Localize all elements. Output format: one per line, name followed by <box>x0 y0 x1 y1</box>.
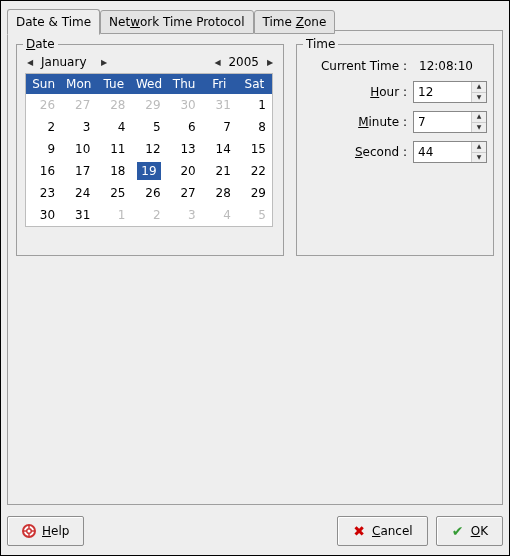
second-spinbox[interactable]: ▲ ▼ <box>413 141 487 163</box>
minute-down-button[interactable]: ▼ <box>472 123 486 133</box>
calendar-day[interactable]: 4 <box>202 204 237 226</box>
calendar-day[interactable]: 14 <box>202 138 237 160</box>
calendar-day[interactable]: 1 <box>96 204 131 226</box>
date-groupbox: Date ◀ January ▶ ◀ 2005 ▶ SunMonTueWedTh… <box>16 44 284 256</box>
cancel-button-label: Cancel <box>372 524 413 538</box>
help-button[interactable]: Help <box>7 516 84 546</box>
calendar-day[interactable]: 19 <box>131 160 166 182</box>
calendar-day[interactable]: 29 <box>237 182 272 204</box>
calendar-day[interactable]: 30 <box>167 94 202 116</box>
second-label: Second : <box>307 145 413 159</box>
calendar-day[interactable]: 15 <box>237 138 272 160</box>
calendar-day[interactable]: 26 <box>26 94 61 116</box>
calendar-day[interactable]: 11 <box>96 138 131 160</box>
hour-label: Hour : <box>307 85 413 99</box>
calendar-dow-header: Fri <box>202 74 237 94</box>
next-month-button[interactable]: ▶ <box>99 58 109 67</box>
help-icon <box>22 524 36 538</box>
cancel-button[interactable]: ✖ Cancel <box>337 516 428 546</box>
second-input[interactable] <box>414 142 471 162</box>
calendar-day[interactable]: 16 <box>26 160 61 182</box>
next-year-button[interactable]: ▶ <box>265 58 275 67</box>
cancel-icon: ✖ <box>352 524 366 538</box>
second-down-button[interactable]: ▼ <box>472 153 486 163</box>
calendar-day[interactable]: 25 <box>96 182 131 204</box>
calendar-dow-header: Tue <box>96 74 131 94</box>
ok-button[interactable]: ✔ OK <box>436 516 503 546</box>
tab-strip: Date & Time Network Time Protocol Time Z… <box>1 1 509 33</box>
ok-icon: ✔ <box>451 524 465 538</box>
calendar-day[interactable]: 22 <box>237 160 272 182</box>
calendar-day[interactable]: 10 <box>61 138 96 160</box>
button-bar: Help ✖ Cancel ✔ OK <box>7 513 503 549</box>
minute-input[interactable] <box>414 112 471 132</box>
minute-spin-arrows: ▲ ▼ <box>471 112 486 132</box>
calendar-day[interactable]: 28 <box>202 182 237 204</box>
calendar-day[interactable]: 8 <box>237 116 272 138</box>
second-up-button[interactable]: ▲ <box>472 142 486 153</box>
minute-label: Minute : <box>307 115 413 129</box>
calendar-day[interactable]: 31 <box>202 94 237 116</box>
calendar-dow-header: Sat <box>237 74 272 94</box>
calendar-day[interactable]: 28 <box>96 94 131 116</box>
hour-input[interactable] <box>414 82 471 102</box>
calendar: SunMonTueWedThuFriSat 262728293031123456… <box>25 73 273 227</box>
calendar-day[interactable]: 31 <box>61 204 96 226</box>
prev-year-button[interactable]: ◀ <box>212 58 222 67</box>
calendar-header: ◀ January ▶ ◀ 2005 ▶ <box>25 55 275 69</box>
calendar-day[interactable]: 12 <box>131 138 166 160</box>
tab-timezone-label: Time Zone <box>263 15 327 29</box>
tab-date-time[interactable]: Date & Time <box>7 9 100 35</box>
tab-ntp-label: Network Time Protocol <box>109 15 244 29</box>
calendar-day[interactable]: 2 <box>26 116 61 138</box>
calendar-day[interactable]: 5 <box>131 116 166 138</box>
calendar-dow-header: Thu <box>167 74 202 94</box>
hour-up-button[interactable]: ▲ <box>472 82 486 93</box>
calendar-day[interactable]: 23 <box>26 182 61 204</box>
help-button-label: Help <box>42 524 69 538</box>
calendar-day[interactable]: 5 <box>237 204 272 226</box>
calendar-day[interactable]: 3 <box>61 116 96 138</box>
calendar-dow-header: Mon <box>61 74 96 94</box>
current-time-label: Current Time : <box>307 59 413 73</box>
tab-content: Date ◀ January ▶ ◀ 2005 ▶ SunMonTueWedTh… <box>7 30 503 505</box>
calendar-day[interactable]: 30 <box>26 204 61 226</box>
calendar-day[interactable]: 4 <box>96 116 131 138</box>
tab-ntp[interactable]: Network Time Protocol <box>100 10 253 34</box>
year-label[interactable]: 2005 <box>228 55 259 69</box>
prev-month-button[interactable]: ◀ <box>25 58 35 67</box>
calendar-day[interactable]: 3 <box>167 204 202 226</box>
tab-date-time-label: Date & Time <box>16 15 91 29</box>
minute-up-button[interactable]: ▲ <box>472 112 486 123</box>
calendar-day[interactable]: 27 <box>61 94 96 116</box>
month-label[interactable]: January <box>41 55 93 69</box>
calendar-day[interactable]: 7 <box>202 116 237 138</box>
calendar-day[interactable]: 27 <box>167 182 202 204</box>
calendar-day[interactable]: 20 <box>167 160 202 182</box>
svg-point-1 <box>27 529 32 534</box>
calendar-day[interactable]: 1 <box>237 94 272 116</box>
ok-button-label: OK <box>471 524 488 538</box>
calendar-day[interactable]: 18 <box>96 160 131 182</box>
hour-spinbox[interactable]: ▲ ▼ <box>413 81 487 103</box>
calendar-dow-header: Wed <box>131 74 166 94</box>
calendar-day[interactable]: 26 <box>131 182 166 204</box>
date-legend: Date <box>23 37 58 51</box>
calendar-day[interactable]: 29 <box>131 94 166 116</box>
calendar-day[interactable]: 21 <box>202 160 237 182</box>
hour-down-button[interactable]: ▼ <box>472 93 486 103</box>
hour-spin-arrows: ▲ ▼ <box>471 82 486 102</box>
calendar-day[interactable]: 17 <box>61 160 96 182</box>
minute-spinbox[interactable]: ▲ ▼ <box>413 111 487 133</box>
calendar-day[interactable]: 13 <box>167 138 202 160</box>
time-legend: Time <box>303 37 338 51</box>
time-groupbox: Time Current Time : 12:08:10 Hour : ▲ ▼ <box>296 44 494 256</box>
calendar-day[interactable]: 9 <box>26 138 61 160</box>
calendar-day[interactable]: 2 <box>131 204 166 226</box>
calendar-day[interactable]: 6 <box>167 116 202 138</box>
current-time-value: 12:08:10 <box>413 59 483 73</box>
calendar-day[interactable]: 24 <box>61 182 96 204</box>
second-spin-arrows: ▲ ▼ <box>471 142 486 162</box>
tab-timezone[interactable]: Time Zone <box>254 10 336 34</box>
date-time-window: Date & Time Network Time Protocol Time Z… <box>0 0 510 556</box>
